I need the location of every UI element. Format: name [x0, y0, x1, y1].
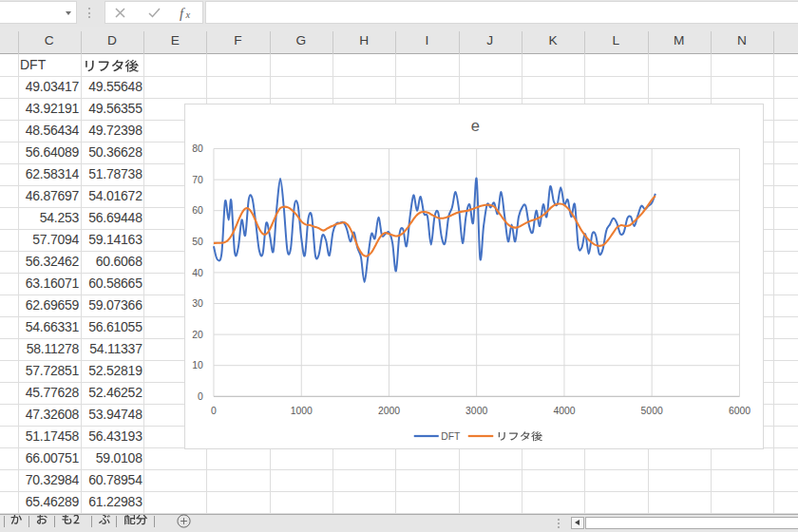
- svg-text:70: 70: [192, 174, 203, 184]
- svg-text:0: 0: [211, 405, 217, 415]
- svg-text:10: 10: [192, 360, 203, 370]
- svg-text:60: 60: [192, 205, 203, 216]
- svg-text:6000: 6000: [729, 405, 750, 415]
- svg-text:50: 50: [192, 236, 203, 246]
- svg-text:4000: 4000: [553, 405, 575, 415]
- svg-text:3000: 3000: [466, 405, 487, 415]
- svg-text:80: 80: [192, 143, 203, 154]
- svg-text:5000: 5000: [641, 405, 663, 415]
- svg-text:40: 40: [192, 267, 203, 277]
- svg-text:x: x: [185, 10, 191, 20]
- svg-text:1000: 1000: [291, 405, 313, 415]
- svg-text:30: 30: [192, 298, 203, 309]
- svg-text:0: 0: [198, 390, 203, 401]
- svg-text:2000: 2000: [378, 405, 400, 415]
- svg-text:f: f: [180, 6, 185, 21]
- svg-text:20: 20: [192, 329, 203, 339]
- svg-text:DFT: DFT: [441, 430, 461, 441]
- svg-text:e: e: [471, 117, 480, 134]
